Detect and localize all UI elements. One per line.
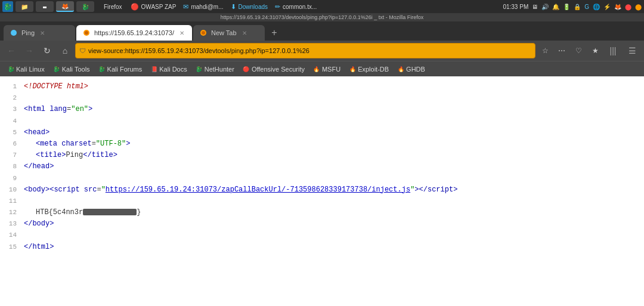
downloads-taskbar-icon: ⬇	[231, 3, 236, 11]
kali-menu-icon[interactable]: 🐉	[2, 1, 13, 12]
tab-source-close[interactable]: ✕	[178, 29, 186, 37]
heart-button[interactable]: ♡	[571, 44, 586, 58]
circle-red-icon: ⬤	[625, 4, 631, 10]
source-line-12: 12 HTB{5c4nn3r}	[7, 207, 637, 218]
back-button[interactable]: ←	[4, 43, 19, 58]
tab-bar: Ping ✕ https://159.65.19.24:31073/ ✕ New…	[0, 21, 644, 41]
speaker-icon: 🔊	[541, 4, 549, 10]
zap-taskbar-icon: 🔴	[131, 3, 139, 11]
bookmark-kali-forums[interactable]: 🐉 Kali Forums	[95, 63, 146, 75]
vscode-taskbar-icon: ✏	[275, 3, 280, 11]
source-line-4: 4	[7, 116, 637, 127]
star-button[interactable]: ★	[588, 44, 602, 58]
bookmark-offensive-security[interactable]: 🔴 Offensive Security	[239, 63, 308, 75]
taskbar-app-files[interactable]: 📁	[16, 1, 33, 12]
kali-linux-bookmark-label: Kali Linux	[16, 66, 45, 73]
bookmark-nethunter[interactable]: 🐉 NetHunter	[192, 63, 238, 75]
kali-docs-bookmark-label: Kali Docs	[159, 66, 187, 73]
offsec-bookmark-icon: 🔴	[243, 66, 250, 73]
source-view: 1 <!DOCTYPE html> 2 3 <html lang="en"> 4…	[0, 76, 644, 267]
refresh-button[interactable]: ↻	[39, 43, 55, 58]
source-line-10: 10 <body><script src="https://159.65.19.…	[7, 184, 637, 196]
bell-icon: 🔔	[552, 4, 559, 10]
kali-tools-bookmark-label: Kali Tools	[62, 66, 90, 73]
exploit-db-bookmark-icon: 🔥	[349, 66, 356, 73]
ghdb-bookmark-icon: 🔥	[397, 66, 404, 73]
kali-docs-bookmark-icon: 📕	[150, 66, 157, 73]
ghdb-bookmark-label: GHDB	[406, 66, 425, 73]
nethunter-bookmark-label: NetHunter	[205, 66, 234, 73]
tab-ping-close[interactable]: ✕	[38, 29, 47, 37]
source-line-3: 3 <html lang="en">	[7, 104, 637, 115]
htb-flag-prefix: HTB{5c4nn3r	[36, 208, 83, 217]
home-button[interactable]: ⌂	[57, 43, 73, 58]
taskbar: 🐉 📁 ▬ 🦊 🐉 Firefox 🔴 OWASP ZAP ✉ mahdi@m.…	[0, 0, 644, 13]
svg-point-0	[11, 30, 17, 36]
firefox-taskbar-icon: 🦊	[61, 3, 69, 10]
menu-button[interactable]: ☰	[624, 42, 640, 59]
source-line-7: 7 <title>Ping</title>	[7, 150, 637, 161]
exploit-db-bookmark-label: Exploit-DB	[358, 66, 389, 73]
script-url-link[interactable]: https://159.65.19.24:31073/zapCallBackUr…	[106, 186, 410, 194]
tab-newtab-close[interactable]: ✕	[240, 29, 249, 37]
source-line-15: 15 </html>	[7, 242, 637, 253]
source-line-14: 14	[7, 230, 637, 241]
taskbar-app-kali2[interactable]: 🐉	[76, 1, 94, 12]
tab-ping-label: Ping	[21, 29, 35, 36]
tab-source[interactable]: https://159.65.19.24:31073/ ✕	[76, 25, 192, 41]
source-line-2: 2	[7, 92, 637, 104]
forward-button[interactable]: →	[21, 43, 37, 58]
bookmark-star-button[interactable]: ☆	[538, 44, 552, 58]
battery-icon: 🔋	[563, 4, 570, 10]
vscode-icon: ⚡	[603, 4, 611, 10]
bookmarks-bar: 🐉 Kali Linux 🐉 Kali Tools 🐉 Kali Forums …	[0, 61, 644, 76]
address-bar[interactable]: 🛡 view-source:https://159.65.19.24:31073…	[75, 43, 535, 58]
bookmark-msfu[interactable]: 🔥 MSFU	[309, 63, 344, 75]
taskbar-app-firefox[interactable]: 🦊	[56, 1, 74, 12]
source-line-11: 11	[7, 196, 637, 207]
tab-ping[interactable]: Ping ✕	[4, 25, 75, 41]
taskbar-zap-label: OWASP ZAP	[141, 4, 177, 10]
title-bar: https://159.65.19.24:31073/devtools/ping…	[0, 13, 644, 21]
tab-newtab-label: New Tab	[211, 29, 237, 36]
tab-source-favicon	[82, 29, 91, 37]
offsec-bookmark-label: Offensive Security	[252, 66, 305, 73]
source-line-5: 5 <head>	[7, 127, 637, 138]
taskbar-app-terminal[interactable]: ▬	[36, 1, 54, 12]
msfu-bookmark-icon: 🔥	[313, 66, 320, 73]
source-line-13: 13 </body>	[7, 218, 637, 230]
title-bar-text: https://159.65.19.24:31073/devtools/ping…	[221, 14, 423, 20]
kali-tools-bookmark-icon: 🐉	[53, 66, 60, 73]
svg-point-2	[85, 31, 88, 35]
bookmark-kali-tools[interactable]: 🐉 Kali Tools	[49, 63, 94, 75]
sidebar-toggle[interactable]: |||	[605, 42, 621, 59]
globe-icon: 🌐	[593, 4, 600, 10]
email-taskbar-icon: ✉	[183, 3, 188, 11]
tab-source-label: https://159.65.19.24:31073/	[94, 29, 174, 36]
source-line-9: 9	[7, 173, 637, 184]
more-options-button[interactable]: ⋯	[555, 44, 569, 58]
msfu-bookmark-label: MSFU	[322, 66, 340, 73]
google-icon: G	[584, 4, 589, 10]
new-tab-button[interactable]: +	[266, 25, 283, 41]
nethunter-bookmark-icon: 🐉	[196, 66, 203, 73]
bookmark-exploit-db[interactable]: 🔥 Exploit-DB	[345, 63, 392, 75]
taskbar-common-label: common.tx...	[283, 4, 317, 10]
kali-forums-bookmark-icon: 🐉	[98, 66, 106, 73]
address-text: view-source:https://159.65.19.24:31073/d…	[88, 47, 531, 55]
circle-orange-icon: ⬤	[635, 4, 642, 10]
source-line-6: 6 <meta charset="UTF-8">	[7, 138, 637, 150]
kali-forums-bookmark-label: Kali Forums	[107, 66, 143, 73]
bookmark-ghdb[interactable]: 🔥 GHDB	[394, 63, 429, 75]
monitor-icon: 🖥	[532, 4, 538, 10]
tab-newtab[interactable]: New Tab ✕	[193, 25, 265, 41]
taskbar-right-area: 01:33 PM 🖥 🔊 🔔 🔋 🔒 G 🌐 ⚡ 🦊 ⬤ ⬤	[503, 4, 642, 10]
source-line-1: 1 <!DOCTYPE html>	[7, 81, 637, 92]
taskbar-time: 01:33 PM	[503, 4, 528, 10]
taskbar-firefox-label: Firefox	[104, 4, 122, 10]
address-bar-icon: 🛡	[79, 47, 86, 54]
bookmark-kali-linux[interactable]: 🐉 Kali Linux	[4, 63, 48, 75]
source-line-8: 8 </head>	[7, 161, 637, 172]
bookmark-kali-docs[interactable]: 📕 Kali Docs	[147, 63, 190, 75]
svg-point-4	[202, 31, 205, 35]
